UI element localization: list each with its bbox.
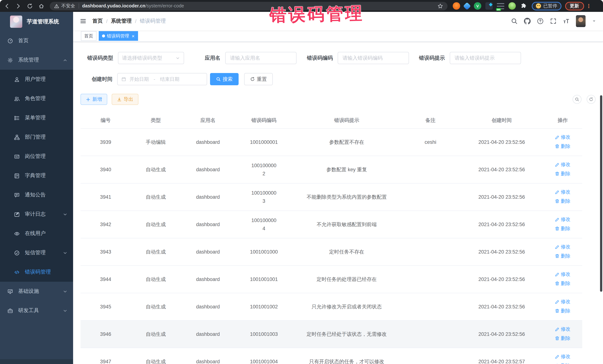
delete-link[interactable]: 删除 bbox=[555, 170, 570, 178]
edit-link[interactable]: 修改 bbox=[555, 215, 570, 223]
browser-forward-icon[interactable] bbox=[15, 3, 22, 9]
error-code-input[interactable] bbox=[338, 52, 409, 64]
extension-green-person-icon[interactable] bbox=[508, 2, 516, 10]
end-date-placeholder: 结束日期 bbox=[160, 76, 179, 82]
sidebar-item-error-code-management[interactable]: 错误码管理 bbox=[0, 263, 73, 282]
cell-hint: 只允许修改为开启或者关闭状态 bbox=[293, 293, 401, 320]
extension-grid-icon[interactable] bbox=[485, 2, 493, 10]
sidebar-item-menu-management[interactable]: 菜单管理 bbox=[0, 108, 73, 128]
tag-home[interactable]: 首页 bbox=[81, 31, 96, 41]
sidebar-item-label: 字典管理 bbox=[25, 172, 46, 179]
delete-link[interactable]: 删除 bbox=[555, 224, 570, 232]
sidebar-item-system-management[interactable]: 系统管理 bbox=[0, 50, 73, 70]
help-icon[interactable] bbox=[537, 18, 544, 24]
cell-remark bbox=[401, 211, 460, 238]
table-row: 3944自动生成dashboard1001001001定时任务的处理器已经存在2… bbox=[81, 265, 582, 293]
edit-link[interactable]: 修改 bbox=[555, 188, 570, 196]
add-button[interactable]: 新增 bbox=[81, 94, 107, 105]
cell-hint: 定时任务已经处于该状态，无需修改 bbox=[293, 320, 401, 348]
delete-icon bbox=[555, 144, 560, 149]
hamburger-icon[interactable] bbox=[80, 18, 86, 24]
page-content: 错误码类型 请选择错误码类型 应用名 错误码编码 bbox=[73, 42, 603, 364]
edit-link[interactable]: 修改 bbox=[555, 270, 570, 278]
cell-code: 1001000001 bbox=[235, 128, 293, 156]
cell-hint: 不允许获取敏感配置到前端 bbox=[293, 211, 401, 238]
bookmark-star-icon[interactable] bbox=[438, 3, 443, 9]
edit-link[interactable]: 修改 bbox=[555, 298, 570, 306]
app-logo[interactable]: 芋道管理系统 bbox=[0, 12, 73, 31]
dashboard-icon bbox=[7, 38, 13, 44]
caret-down-icon[interactable] bbox=[592, 19, 596, 23]
extensions-puzzle-icon[interactable] bbox=[520, 2, 527, 10]
export-button[interactable]: 导出 bbox=[112, 94, 139, 105]
extension-gem-icon[interactable] bbox=[463, 2, 471, 10]
emoji-face-icon bbox=[536, 3, 541, 9]
refresh-table-button[interactable] bbox=[587, 95, 596, 104]
edit-icon bbox=[555, 244, 560, 249]
tag-error-code[interactable]: 错误码管理 × bbox=[99, 31, 138, 41]
breadcrumb-system[interactable]: 系统管理 bbox=[111, 18, 132, 24]
sidebar-item-department-management[interactable]: 部门管理 bbox=[0, 128, 73, 147]
sidebar-item-infrastructure[interactable]: 基础设施 bbox=[0, 282, 73, 301]
delete-link[interactable]: 删除 bbox=[555, 252, 570, 260]
delete-link[interactable]: 删除 bbox=[555, 197, 570, 205]
reset-button[interactable]: 重置 bbox=[244, 73, 273, 85]
sidebar-collapse-bar[interactable] bbox=[0, 359, 73, 364]
address-bar[interactable]: 不安全 dashboard.yudao.iocoder.cn/system/er… bbox=[50, 2, 448, 10]
cell-hint: 定时任务的处理器已经存在 bbox=[293, 265, 401, 293]
app-name-input[interactable] bbox=[225, 52, 297, 64]
browser-update-button[interactable]: 更新 bbox=[565, 2, 584, 10]
breadcrumb-home[interactable]: 首页 bbox=[93, 18, 103, 24]
table-toolbar: 新增 导出 bbox=[81, 94, 596, 105]
sidebar-item-dict-management[interactable]: 字典管理 bbox=[0, 166, 73, 185]
extension-script-on-icon[interactable]: on bbox=[497, 2, 504, 10]
font-size-icon[interactable] bbox=[563, 18, 570, 24]
sidebar-item-post-management[interactable]: 岗位管理 bbox=[0, 147, 73, 166]
cell-operations: 修改删除 bbox=[543, 238, 582, 265]
sidebar-item-sms-management[interactable]: 短信管理 bbox=[0, 243, 73, 263]
sidebar-item-role-management[interactable]: 角色管理 bbox=[0, 89, 73, 108]
github-icon[interactable] bbox=[524, 18, 531, 24]
edit-link[interactable]: 修改 bbox=[555, 243, 570, 251]
user-avatar[interactable] bbox=[576, 15, 586, 27]
start-date-placeholder: 开始日期 bbox=[129, 76, 149, 82]
sidebar-item-online-users[interactable]: 在线用户 bbox=[0, 224, 73, 243]
date-range-picker[interactable]: 开始日期 - 结束日期 bbox=[117, 73, 207, 85]
delete-link[interactable]: 删除 bbox=[555, 362, 570, 364]
edit-link[interactable]: 修改 bbox=[555, 133, 570, 141]
sidebar-item-home[interactable]: 首页 bbox=[0, 31, 73, 50]
edit-link[interactable]: 修改 bbox=[555, 353, 570, 361]
delete-icon bbox=[555, 171, 560, 176]
error-type-select[interactable]: 请选择错误码类型 bbox=[118, 52, 184, 64]
delete-link[interactable]: 删除 bbox=[555, 334, 570, 342]
browser-menu-icon[interactable]: ⋮ bbox=[586, 3, 591, 9]
browser-reload-icon[interactable] bbox=[27, 3, 33, 9]
error-hint-input[interactable] bbox=[450, 52, 521, 64]
sidebar-item-user-management[interactable]: 用户管理 bbox=[0, 70, 73, 89]
extension-orange-icon[interactable] bbox=[453, 2, 460, 10]
table-row: 3940自动生成dashboard100100000 2参数配置 key 重复2… bbox=[81, 156, 582, 183]
fullscreen-icon[interactable] bbox=[550, 18, 557, 24]
tag-close-icon[interactable]: × bbox=[132, 33, 135, 38]
edit-link[interactable]: 修改 bbox=[555, 161, 570, 169]
scrollbar-thumb[interactable] bbox=[600, 95, 602, 292]
sidebar-item-notice-announcement[interactable]: 通知公告 bbox=[0, 185, 73, 205]
browser-home-icon[interactable] bbox=[38, 3, 45, 9]
extension-green-v-icon[interactable]: V bbox=[474, 2, 481, 10]
search-icon[interactable] bbox=[511, 18, 518, 24]
sidebar-item-audit-log[interactable]: 审计日志 bbox=[0, 205, 73, 224]
breadcrumb-current: 错误码管理 bbox=[140, 18, 166, 24]
sidebar-item-label: 通知公告 bbox=[25, 192, 46, 198]
delete-link[interactable]: 删除 bbox=[555, 279, 570, 287]
sidebar-item-dev-tools[interactable]: 研发工具 bbox=[0, 301, 73, 320]
delete-link[interactable]: 删除 bbox=[555, 307, 570, 315]
toggle-search-button[interactable] bbox=[573, 95, 581, 104]
chevron-down-icon bbox=[63, 308, 68, 313]
announcement-icon bbox=[14, 192, 20, 198]
browser-back-icon[interactable] bbox=[4, 3, 10, 9]
search-button[interactable]: 搜索 bbox=[210, 73, 239, 85]
profile-paused-badge[interactable]: 已暂停 bbox=[532, 2, 561, 10]
download-icon bbox=[117, 97, 122, 102]
delete-link[interactable]: 删除 bbox=[555, 142, 570, 150]
edit-link[interactable]: 修改 bbox=[555, 325, 570, 333]
